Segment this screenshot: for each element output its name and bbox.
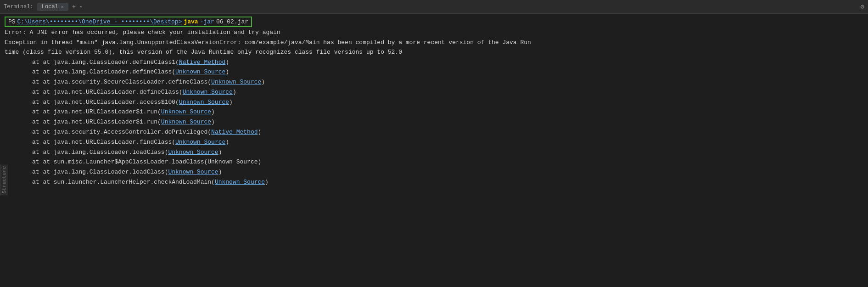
stack-frame-7: at at java.security.AccessController.doP… [5,128,863,137]
stack-frame-1: at at java.lang.ClassLoader.defineClass(… [5,68,863,77]
stack-prefix-12: at at sun.launcher.LauncherHelper.checkA… [32,179,215,186]
stack-frame-12: at at sun.launcher.LauncherHelper.checkA… [5,178,863,187]
stack-frame-0: at at java.lang.ClassLoader.defineClass1… [5,58,863,68]
stack-suffix-8: ) [225,139,229,146]
stack-prefix-9: at at java.lang.ClassLoader.loadClass( [32,149,168,156]
stack-frame-11: at at java.lang.ClassLoader.loadClass(Un… [5,168,863,177]
stack-link-1[interactable]: Unknown Source [175,68,225,75]
stack-suffix-1: ) [225,68,229,75]
terminal-body: PS C:\Users\••••••••\OneDrive - ••••••••… [0,14,868,287]
stack-link-0[interactable]: Native Method [179,59,225,66]
stack-suffix-9: ) [218,149,222,156]
stack-prefix-8: at at java.net.URLClassLoader.findClass( [32,139,175,146]
stack-link-4[interactable]: Unknown Source [179,99,229,106]
stack-suffix-0: ) [225,59,229,66]
command-box: PS C:\Users\••••••••\OneDrive - ••••••••… [5,17,252,27]
stack-suffix-3: ) [233,89,236,96]
stack-suffix-10: ) [258,158,261,165]
stack-link-2[interactable]: Unknown Source [211,79,261,85]
command-text: java [184,18,198,25]
stack-frame-6: at at java.net.URLClassLoader$1.run(Unkn… [5,118,863,127]
stack-frames-container: at at java.lang.ClassLoader.defineClass1… [5,58,863,187]
top-bar: Terminal: Local ✕ + ▾ ⚙ [0,0,868,14]
stack-frame-2: at at java.security.SecureClassLoader.de… [5,78,863,87]
stack-suffix-11: ) [218,169,222,175]
jar-file-text: 06_02.jar [216,18,248,25]
terminal-tab[interactable]: Local ✕ [37,3,68,11]
stack-frame-4: at at java.net.URLClassLoader.access$100… [5,98,863,107]
command-line: PS C:\Users\••••••••\OneDrive - ••••••••… [5,17,863,27]
stack-prefix-0: at at java.lang.ClassLoader.defineClass1… [32,59,179,66]
stack-prefix-1: at at java.lang.ClassLoader.defineClass( [32,68,175,75]
stack-frame-10: at at sun.misc.Launcher$AppClassLoader.l… [5,158,863,167]
stack-prefix-3: at at java.net.URLClassLoader.defineClas… [32,89,183,96]
stack-prefix-7: at at java.security.AccessController.doP… [32,129,211,135]
structure-label: Structure [0,164,8,195]
tab-close-icon[interactable]: ✕ [61,4,64,10]
settings-icon[interactable]: ⚙ [861,3,864,11]
stack-frame-5: at at java.net.URLClassLoader$1.run(Unkn… [5,107,863,117]
stack-link-9[interactable]: Unknown Source [168,149,218,156]
tab-label: Local [42,4,58,10]
path-text: C:\Users\••••••••\OneDrive - ••••••••\De… [17,18,182,25]
tab-dropdown-icon[interactable]: ▾ [79,4,82,10]
stack-prefix-11: at at java.lang.ClassLoader.loadClass( [32,169,168,175]
stack-link-plain-10: Unknown Source [207,158,258,165]
stack-prefix-10: at at sun.misc.Launcher$AppClassLoader.l… [32,158,207,165]
stack-link-6[interactable]: Unknown Source [161,118,211,125]
stack-suffix-2: ) [261,79,265,85]
ps-label: PS [8,18,16,25]
stack-suffix-4: ) [229,99,233,106]
stack-frame-3: at at java.net.URLClassLoader.defineClas… [5,88,863,97]
stack-suffix-6: ) [211,118,215,125]
stack-frame-8: at at java.net.URLClassLoader.findClass(… [5,138,863,147]
stack-prefix-2: at at java.security.SecureClassLoader.de… [32,79,211,85]
stack-prefix-6: at at java.net.URLClassLoader$1.run( [32,118,161,125]
stack-link-3[interactable]: Unknown Source [183,89,233,96]
stack-link-5[interactable]: Unknown Source [161,108,211,115]
stack-suffix-12: ) [265,179,269,186]
stack-prefix-5: at at java.net.URLClassLoader$1.run( [32,108,161,115]
stack-link-11[interactable]: Unknown Source [168,169,218,175]
error-line-2: Exception in thread "main" java.lang.Uns… [5,38,863,47]
terminal-label: Terminal: [4,4,34,10]
error-line-1: Error: A JNI error has occurred, please … [5,28,863,37]
flag-text: -jar [200,18,214,25]
top-bar-left: Terminal: Local ✕ + ▾ [4,3,82,11]
stack-prefix-4: at at java.net.URLClassLoader.access$100… [32,99,179,106]
stack-suffix-5: ) [211,108,215,115]
add-tab-icon[interactable]: + [72,3,76,11]
stack-suffix-7: ) [258,129,262,135]
error-line-3: time (class file version 55.0), this ver… [5,48,863,57]
stack-link-8[interactable]: Unknown Source [175,139,225,146]
stack-frame-9: at at java.lang.ClassLoader.loadClass(Un… [5,148,863,158]
stack-link-7[interactable]: Native Method [211,129,258,135]
stack-link-12[interactable]: Unknown Source [215,179,265,186]
